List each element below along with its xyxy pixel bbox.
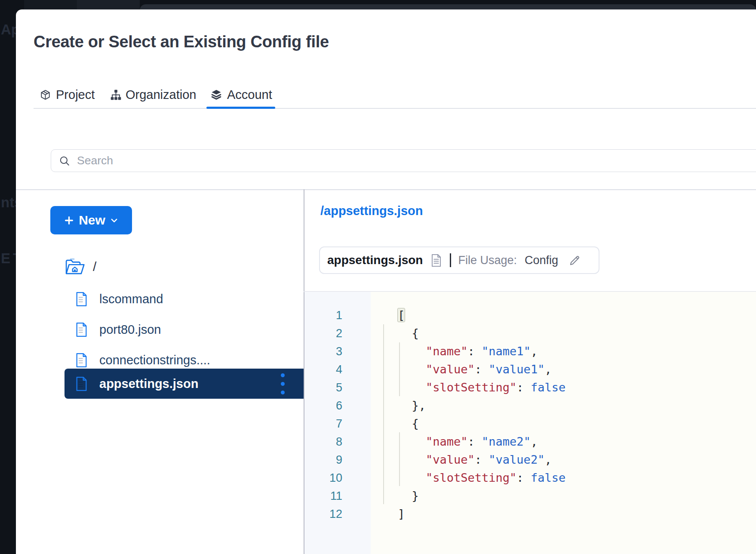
tabs-bottom-border	[34, 108, 756, 109]
code-line: "value": "value2",	[398, 451, 756, 469]
file-usage-value: Config	[525, 254, 558, 267]
search-input[interactable]	[76, 154, 756, 168]
edit-pencil-icon[interactable]	[569, 254, 581, 267]
indent-guide	[399, 432, 400, 486]
new-button[interactable]: New	[50, 206, 132, 234]
tree-root-folder[interactable]: /	[65, 257, 96, 276]
code-line: {	[398, 415, 756, 433]
line-number: 6	[304, 397, 342, 415]
line-number: 7	[304, 415, 342, 433]
document-icon	[75, 353, 88, 368]
document-icon	[75, 376, 88, 391]
config-file-modal: Create or Select an Existing Config file…	[16, 9, 756, 554]
code-editor[interactable]: [ { "name": "name1", "value": "value1", …	[371, 292, 756, 554]
plus-icon	[64, 215, 74, 226]
code-gutter: 123456789101112	[304, 292, 371, 554]
search-icon	[59, 155, 70, 166]
code-line: [	[398, 306, 756, 324]
code-line: "slotSetting": false	[398, 469, 756, 487]
background-text-remnant: ET	[1, 250, 16, 267]
layers-icon	[210, 89, 222, 101]
code-line: {	[398, 324, 756, 342]
file-row[interactable]: connectionstrings....	[65, 351, 304, 369]
file-usage-chip: appsettings.json File Usage: Config	[319, 246, 599, 274]
line-number: 1	[304, 306, 342, 324]
tab-account[interactable]: Account	[210, 86, 272, 103]
line-number: 5	[304, 379, 342, 397]
backdrop-strip	[24, 0, 77, 9]
chevron-down-icon	[110, 216, 119, 225]
file-name: port80.json	[99, 323, 161, 337]
line-number: 10	[304, 469, 342, 487]
code-content: [ { "name": "name1", "value": "value1", …	[371, 292, 756, 523]
kebab-menu-icon[interactable]	[276, 369, 289, 399]
screen: ApintsET Create or Select an Existing Co…	[0, 0, 756, 554]
code-line: "name": "name1",	[398, 342, 756, 360]
modal-title: Create or Select an Existing Config file	[34, 33, 329, 51]
panes-top-border	[16, 189, 756, 190]
file-name: connectionstrings....	[99, 353, 210, 367]
document-icon	[430, 254, 442, 267]
root-folder-label: /	[93, 259, 96, 274]
backdrop-strip	[77, 0, 140, 9]
background-left-rail: ApintsET	[0, 9, 16, 554]
background-text-remnant: Api	[1, 22, 16, 38]
indent-guide	[399, 342, 400, 396]
line-number: 4	[304, 360, 342, 379]
background-text-remnant: nts	[1, 194, 16, 211]
new-button-label: New	[79, 213, 105, 228]
file-name: lscommand	[99, 292, 163, 306]
home-folder-icon	[65, 258, 85, 276]
tab-project-label: Project	[56, 88, 95, 102]
line-number: 11	[304, 487, 342, 505]
line-number: 2	[304, 324, 342, 342]
document-icon	[75, 322, 88, 337]
code-line: },	[398, 397, 756, 415]
file-usage-label: File Usage:	[458, 254, 517, 267]
line-number: 8	[304, 433, 342, 451]
indent-guide	[383, 324, 384, 504]
tab-organization-label: Organization	[126, 88, 196, 102]
tab-project[interactable]: Project	[40, 86, 95, 103]
document-icon	[75, 292, 88, 307]
active-tab-underline	[206, 107, 275, 109]
chip-divider	[450, 253, 451, 267]
file-row[interactable]: appsettings.json	[65, 369, 304, 399]
tab-organization[interactable]: Organization	[110, 86, 196, 103]
file-row[interactable]: lscommand	[65, 289, 304, 308]
code-line: "slotSetting": false	[398, 379, 756, 397]
line-number: 9	[304, 451, 342, 469]
code-line: ]	[398, 505, 756, 523]
code-line: }	[398, 487, 756, 505]
line-number: 12	[304, 505, 342, 523]
file-name: appsettings.json	[99, 377, 198, 391]
tab-account-label: Account	[227, 88, 272, 102]
file-path-title: /appsettings.json	[320, 204, 423, 218]
cube-icon	[40, 89, 51, 101]
file-row[interactable]: port80.json	[65, 320, 304, 339]
chip-file-name: appsettings.json	[327, 253, 423, 267]
line-number: 3	[304, 342, 342, 360]
search-box	[51, 149, 756, 172]
sitemap-icon	[110, 89, 122, 101]
code-line: "value": "value1",	[398, 360, 756, 379]
code-line: "name": "name2",	[398, 433, 756, 451]
